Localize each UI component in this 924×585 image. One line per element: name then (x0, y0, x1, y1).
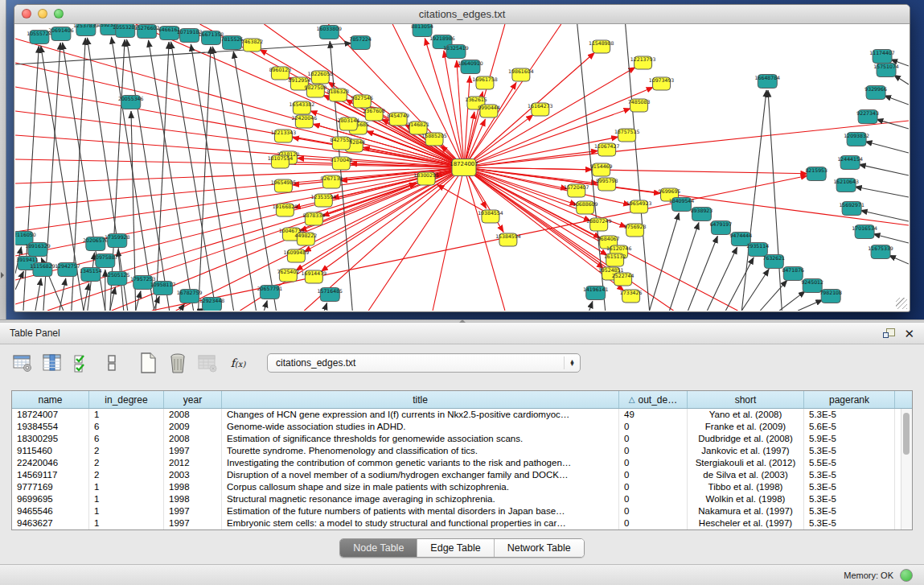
table-row[interactable]: 946554611997Estimation of the future num… (12, 505, 912, 517)
table-row[interactable]: 1872400712008Changes of HCN gene express… (12, 409, 912, 421)
cell-year[interactable]: 1997 (164, 505, 222, 517)
column-header-in_degree[interactable]: in_degree (89, 391, 164, 408)
cell-title[interactable]: Structural magnetic resonance image aver… (222, 493, 619, 505)
cell-pagerank[interactable]: 5.3E-5 (804, 445, 895, 457)
edge[interactable] (688, 236, 717, 311)
cell-title[interactable]: Changes of HCN gene expression and I(f) … (222, 409, 619, 421)
cell-year[interactable]: 2008 (164, 409, 222, 421)
cell-pagerank[interactable]: 5.6E-5 (804, 421, 895, 433)
edge[interactable] (136, 24, 464, 167)
edge[interactable] (149, 40, 194, 311)
cell-short[interactable]: Franke et al. (2009) (688, 421, 804, 433)
table-scrollbar-thumb[interactable] (903, 413, 910, 455)
cell-short[interactable]: Stergiakouli et al. (2012) (688, 457, 804, 469)
cell-pagerank[interactable]: 5.5E-5 (804, 457, 895, 469)
table-row[interactable]: 1938455462009Genome-wide association stu… (12, 421, 912, 433)
cell-out_de[interactable]: 0 (619, 457, 688, 469)
cell-title[interactable]: Estimation of significance thresholds fo… (222, 433, 619, 445)
edge[interactable] (368, 167, 464, 311)
edge[interactable] (264, 301, 267, 311)
cell-year[interactable]: 2008 (164, 433, 222, 445)
cell-in_degree[interactable]: 2 (89, 469, 164, 481)
table-row[interactable]: 1830029562008Estimation of significance … (12, 433, 912, 445)
table-row[interactable]: 969969511998Structural magnetic resonanc… (12, 493, 912, 505)
cell-year[interactable]: 1997 (164, 445, 222, 457)
float-panel-icon[interactable] (883, 328, 894, 339)
column-header-out_de[interactable]: △out_de… (619, 391, 688, 408)
edge[interactable] (859, 164, 909, 175)
cell-short[interactable]: Jankovic et al. (1997) (688, 445, 804, 457)
cell-title[interactable]: Genome-wide association studies in ADHD. (222, 421, 619, 433)
function-builder-icon[interactable]: f(x) (226, 356, 250, 369)
edge[interactable] (156, 42, 169, 311)
cell-in_degree[interactable]: 2 (89, 457, 164, 469)
delete-icon[interactable] (166, 352, 189, 374)
cell-pagerank[interactable]: 5.3E-5 (804, 409, 895, 421)
cell-pagerank[interactable]: 5.9E-5 (804, 433, 895, 445)
cell-in_degree[interactable]: 6 (89, 421, 164, 433)
cell-title[interactable]: Investigating the contribution of common… (222, 457, 619, 469)
cell-year[interactable]: 1998 (164, 481, 222, 493)
cell-title[interactable]: Disruption of a novel member of a sodium… (222, 469, 619, 481)
edge[interactable] (457, 60, 464, 167)
zoom-window-button[interactable] (54, 9, 64, 19)
cell-short[interactable]: Dudbridge et al. (2008) (688, 433, 804, 445)
edge[interactable] (779, 291, 805, 311)
window-resize-grip[interactable] (896, 298, 907, 309)
column-header-pagerank[interactable]: pagerank (804, 391, 895, 408)
edge[interactable] (464, 167, 807, 174)
network-table-select[interactable]: citations_edges.txt ▲▼ (267, 353, 581, 373)
close-panel-icon[interactable]: ✕ (904, 328, 914, 340)
cell-year[interactable]: 2012 (164, 457, 222, 469)
network-window[interactable]: citations_edges.txt 89601238912954182260… (14, 4, 910, 312)
edge[interactable] (865, 142, 909, 153)
edge[interactable] (798, 299, 823, 311)
edge[interactable] (212, 47, 256, 311)
edge[interactable] (741, 90, 766, 311)
tab-edge-table[interactable]: Edge Table (417, 539, 494, 557)
memory-ok-indicator[interactable] (900, 569, 913, 582)
edge[interactable] (707, 247, 737, 311)
delete-table-icon[interactable] (196, 352, 219, 374)
edge[interactable] (725, 257, 754, 311)
cell-pagerank[interactable]: 5.3E-5 (804, 505, 895, 517)
edge[interactable] (324, 303, 326, 311)
cell-year[interactable]: 2003 (164, 469, 222, 481)
table-row[interactable]: 2242004622012Investigating the contribut… (12, 457, 912, 469)
edge[interactable] (884, 96, 909, 105)
cell-name[interactable]: 22420046 (12, 457, 89, 469)
edge[interactable] (855, 187, 909, 197)
cell-short[interactable]: Yano et al. (2008) (688, 409, 804, 421)
tab-node-table[interactable]: Node Table (340, 539, 417, 557)
cell-title[interactable]: Corpus callosum shape and size in male p… (222, 481, 619, 493)
cell-name[interactable]: 18300295 (12, 433, 89, 445)
edge[interactable] (110, 39, 125, 311)
cell-out_de[interactable]: 0 (619, 445, 688, 457)
cell-out_de[interactable]: 0 (619, 481, 688, 493)
network-window-titlebar[interactable]: citations_edges.txt (14, 5, 910, 24)
cell-name[interactable]: 9463627 (12, 517, 89, 529)
rows-icon[interactable] (101, 352, 123, 374)
edge[interactable] (433, 167, 464, 311)
new-file-icon[interactable] (137, 352, 159, 374)
column-header-name[interactable]: name (12, 391, 89, 408)
cell-year[interactable]: 2009 (164, 421, 222, 433)
cell-out_de[interactable]: 0 (619, 469, 688, 481)
cell-out_de[interactable]: 0 (619, 517, 688, 529)
edge[interactable] (893, 75, 909, 84)
cell-pagerank[interactable]: 5.3E-5 (804, 469, 895, 481)
edge[interactable] (889, 255, 909, 264)
cell-in_degree[interactable]: 1 (89, 481, 164, 493)
edge[interactable] (670, 222, 699, 311)
edge[interactable] (768, 90, 782, 311)
cell-pagerank[interactable]: 5.3E-5 (804, 517, 895, 529)
cell-year[interactable]: 1998 (164, 493, 222, 505)
network-canvas[interactable]: 8960123891295418226058982750816543382818… (15, 24, 909, 311)
cell-short[interactable]: de Silva et al. (2003) (688, 469, 804, 481)
cell-name[interactable]: 9699695 (12, 493, 89, 505)
cell-pagerank[interactable]: 5.3E-5 (804, 493, 895, 505)
cell-name[interactable]: 9777169 (12, 481, 89, 493)
cell-pagerank[interactable]: 5.3E-5 (804, 481, 895, 493)
column-header-short[interactable]: short (688, 391, 804, 408)
cell-out_de[interactable]: 0 (619, 421, 688, 433)
